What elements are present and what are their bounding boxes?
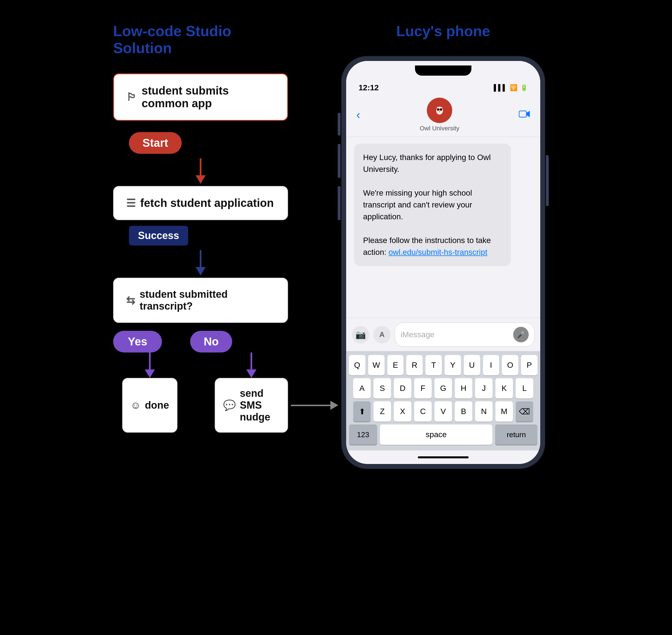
key-x[interactable]: X [394, 401, 411, 422]
key-delete[interactable]: ⌫ [516, 401, 533, 422]
done-label: done [145, 399, 169, 411]
start-btn-wrapper: Start [113, 127, 288, 156]
left-panel-title: Low-code Studio Solution [113, 23, 294, 57]
svg-point-5 [440, 109, 442, 110]
svg-marker-8 [527, 111, 530, 117]
key-e[interactable]: E [387, 355, 404, 375]
key-shift[interactable]: ⬆ [353, 401, 371, 422]
arrow-red-container [113, 158, 288, 184]
video-icon [519, 110, 530, 118]
key-s[interactable]: S [374, 378, 391, 398]
status-icons: ▌▌▌ 🛜 🔋 [494, 84, 528, 91]
svg-rect-7 [519, 111, 527, 117]
main-container: Low-code Studio Solution 🏳 student submi… [0, 0, 672, 635]
right-panel: Lucy's phone 12:12 ▌▌▌ 🛜 🔋 [328, 23, 559, 468]
no-branch: 💬 send SMS nudge [215, 352, 288, 433]
imessage-input[interactable]: iMessage 🎤 [395, 323, 535, 347]
step3-section: ⇆ student submitted transcript? Yes No [113, 278, 288, 352]
no-arrow-line [250, 352, 252, 369]
camera-button[interactable]: 📷 [352, 326, 369, 344]
key-i[interactable]: I [483, 355, 499, 375]
phone-title: Lucy's phone [396, 23, 490, 40]
arrow-blue-container [113, 250, 288, 276]
volume-down-btn[interactable] [338, 186, 340, 220]
arrow-head-blue [196, 267, 206, 276]
step2-section: ☰ fetch student application Success [113, 186, 288, 248]
imessage-input-row: 📷 A iMessage 🎤 [346, 318, 540, 351]
key-g[interactable]: G [434, 378, 452, 398]
key-m[interactable]: M [495, 401, 513, 422]
key-l[interactable]: L [516, 378, 533, 398]
key-b[interactable]: B [455, 401, 472, 422]
mic-button[interactable]: 🎤 [513, 327, 529, 342]
key-f[interactable]: F [414, 378, 432, 398]
key-y[interactable]: Y [445, 355, 461, 375]
key-u[interactable]: U [464, 355, 480, 375]
key-n[interactable]: N [475, 401, 493, 422]
key-d[interactable]: D [394, 378, 411, 398]
yes-no-row: Yes No [113, 331, 288, 352]
step1-section: 🏳 student submits common app Start [113, 73, 288, 156]
bottom-section: ☺ done 💬 send SMS nudge [113, 352, 288, 433]
arrow-line-blue [200, 250, 201, 267]
owl-icon [432, 103, 447, 117]
sms-icon: 💬 [223, 399, 236, 411]
step3-box: ⇆ student submitted transcript? [113, 278, 288, 323]
step1-label: student submits common app [142, 84, 275, 110]
step2-box: ☰ fetch student application [113, 186, 288, 220]
video-call-button[interactable] [519, 109, 530, 121]
phone-frame: 12:12 ▌▌▌ 🛜 🔋 ‹ [342, 57, 545, 468]
volume-up-btn[interactable] [338, 144, 340, 178]
success-badge: Success [129, 226, 188, 245]
left-panel: Low-code Studio Solution 🏳 student submi… [113, 23, 294, 433]
right-arrow-container [291, 401, 338, 410]
key-p[interactable]: P [521, 355, 537, 375]
right-arrow-line [291, 405, 330, 406]
no-arrow [246, 352, 256, 378]
step3-icon: ⇆ [126, 294, 135, 306]
right-arrow-head [330, 401, 338, 410]
imessage-header: ‹ [346, 95, 540, 137]
key-v[interactable]: V [434, 401, 452, 422]
phone-time: 12:12 [359, 83, 379, 92]
keyboard-row-3: ⬆ Z X C V B N M ⌫ [349, 401, 537, 422]
key-w[interactable]: W [368, 355, 384, 375]
svg-point-4 [437, 109, 439, 110]
message-bubble: Hey Lucy, thanks for applying to Owl Uni… [354, 144, 511, 266]
key-q[interactable]: Q [349, 355, 365, 375]
key-z[interactable]: Z [374, 401, 391, 422]
owl-avatar [427, 97, 452, 123]
key-123[interactable]: 123 [349, 424, 377, 445]
back-button[interactable]: ‹ [356, 108, 360, 122]
no-button[interactable]: No [190, 331, 232, 352]
power-btn[interactable] [546, 155, 549, 206]
keyboard-row-4: 123 space return [349, 424, 537, 445]
input-placeholder: iMessage [401, 330, 434, 339]
key-t[interactable]: T [425, 355, 442, 375]
key-return[interactable]: return [495, 424, 537, 445]
key-j[interactable]: J [475, 378, 493, 398]
yes-branch: ☺ done [113, 352, 186, 433]
arrow-head-red [196, 175, 206, 184]
key-c[interactable]: C [414, 401, 432, 422]
key-a[interactable]: A [353, 378, 371, 398]
keyboard-row-1: Q W E R T Y U I O P [349, 355, 537, 375]
sms-box: 💬 send SMS nudge [215, 378, 288, 433]
step1-box: 🏳 student submits common app [113, 73, 288, 121]
key-space[interactable]: space [380, 424, 492, 445]
start-button[interactable]: Start [129, 132, 182, 154]
key-h[interactable]: H [455, 378, 472, 398]
signal-icon: ▌▌▌ [494, 84, 507, 91]
notch [415, 65, 471, 75]
message-text: Hey Lucy, thanks for applying to Owl Uni… [363, 153, 491, 257]
home-indicator [346, 451, 540, 464]
app-store-button[interactable]: A [373, 326, 391, 344]
volume-mute-btn[interactable] [338, 113, 340, 135]
message-link[interactable]: owl.edu/submit-hs-transcript [388, 248, 487, 257]
key-r[interactable]: R [406, 355, 423, 375]
yes-button[interactable]: Yes [113, 331, 162, 352]
done-box: ☺ done [122, 378, 178, 433]
yes-arrow-head [145, 369, 155, 378]
key-o[interactable]: O [502, 355, 518, 375]
key-k[interactable]: K [495, 378, 513, 398]
